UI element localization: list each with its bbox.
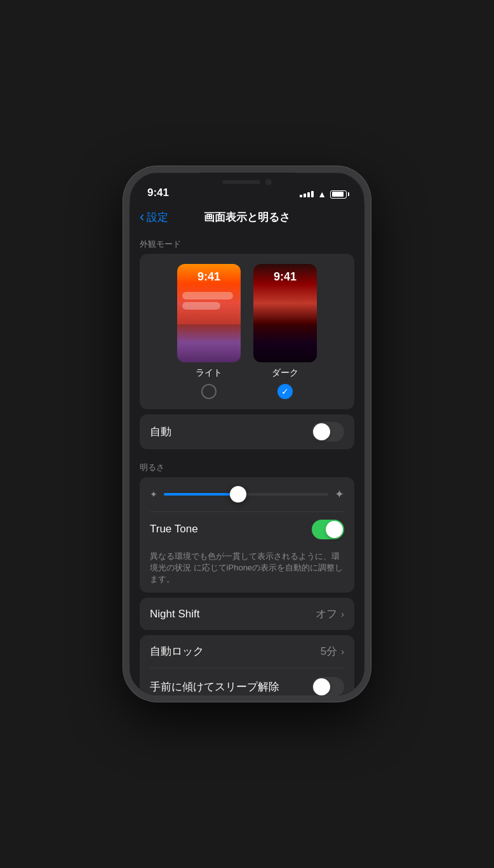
wifi-icon: ▲	[317, 189, 326, 199]
signal-bar-4	[311, 191, 314, 197]
toggle-knob	[313, 423, 330, 440]
preview-bar-2	[182, 302, 220, 310]
notch	[199, 173, 295, 192]
nav-bar: ‹ 設定 画面表示と明るさ	[130, 203, 364, 231]
auto-mode-label: 自動	[150, 424, 171, 439]
signal-bar-3	[307, 192, 310, 197]
preview-dark-content	[253, 324, 317, 362]
dark-mode-label: ダーク	[272, 367, 298, 379]
dark-mode-radio[interactable]: ✓	[277, 384, 293, 399]
true-tone-row: True Tone	[140, 512, 354, 547]
auto-lock-label: 自動ロック	[150, 644, 204, 659]
light-mode-preview: 9:41	[177, 264, 241, 362]
true-tone-label: True Tone	[150, 523, 198, 536]
raise-to-wake-knob	[313, 678, 330, 695]
brightness-fill	[164, 493, 238, 496]
appearance-section-label: 外観モード	[130, 231, 364, 254]
phone-frame: 9:41 ▲ ‹ 設定 画面表示と明るさ 外観モード	[123, 166, 371, 702]
night-shift-value: オフ	[316, 607, 337, 621]
night-shift-right: オフ ›	[316, 607, 344, 621]
brightness-thumb[interactable]	[230, 486, 246, 503]
bottom-section: 自動ロック 5分 › 手前に傾けてスリープ解除	[140, 635, 354, 695]
brightness-section-label: 明るさ	[130, 454, 364, 477]
appearance-section: 9:41 ライト 9:41 ダーク	[140, 254, 354, 409]
auto-lock-right: 5分 ›	[321, 644, 344, 659]
auto-lock-chevron-icon: ›	[341, 647, 344, 657]
night-shift-row[interactable]: Night Shift オフ ›	[140, 598, 354, 630]
auto-mode-row: 自動	[140, 414, 354, 449]
auto-lock-row[interactable]: 自動ロック 5分 ›	[140, 635, 354, 667]
light-mode-label: ライト	[196, 367, 222, 379]
status-time: 9:41	[147, 187, 169, 199]
main-content: 外観モード 9:41 ライト	[130, 231, 364, 695]
dark-mode-preview: 9:41	[253, 264, 317, 362]
raise-to-wake-label: 手前に傾けてスリープ解除	[150, 680, 279, 694]
true-tone-knob	[326, 521, 343, 538]
brightness-dim-icon: ✦	[150, 489, 157, 499]
speaker	[222, 180, 260, 184]
brightness-section: ✦ ✦ True Tone 異なる環境でも色が一貫して表示されるように、環境光の…	[140, 477, 354, 593]
check-icon: ✓	[281, 386, 289, 397]
raise-to-wake-toggle[interactable]	[312, 677, 344, 695]
back-chevron-icon: ‹	[140, 209, 144, 225]
back-label: 設定	[147, 210, 168, 225]
appearance-dark-option[interactable]: 9:41 ダーク ✓	[253, 264, 317, 399]
appearance-options: 9:41 ライト 9:41 ダーク	[150, 264, 344, 399]
light-mode-radio[interactable]	[201, 384, 217, 399]
signal-bar-2	[304, 194, 306, 197]
night-shift-label: Night Shift	[150, 608, 199, 621]
preview-light-time: 9:41	[177, 270, 241, 284]
true-tone-toggle[interactable]	[312, 520, 344, 539]
camera	[265, 179, 272, 185]
brightness-slider-row: ✦ ✦	[140, 477, 354, 511]
signal-bars-icon	[300, 191, 314, 197]
signal-bar-1	[300, 195, 302, 197]
preview-bar-1	[182, 292, 233, 299]
raise-to-wake-row: 手前に傾けてスリープ解除	[140, 668, 354, 695]
brightness-bright-icon: ✦	[335, 487, 344, 501]
page-title: 画面表示と明るさ	[204, 210, 290, 225]
appearance-light-option[interactable]: 9:41 ライト	[177, 264, 241, 399]
auto-mode-toggle[interactable]	[312, 422, 344, 442]
status-icons: ▲	[300, 189, 347, 199]
night-shift-chevron-icon: ›	[341, 609, 344, 619]
brightness-slider[interactable]	[164, 493, 328, 496]
auto-lock-value: 5分	[321, 644, 337, 659]
battery-fill	[332, 192, 344, 197]
back-button[interactable]: ‹ 設定	[140, 209, 168, 225]
preview-dark-time: 9:41	[253, 270, 317, 284]
true-tone-description: 異なる環境でも色が一貫して表示されるように、環境光の状況 に応じてiPhoneの…	[140, 547, 354, 593]
preview-light-content	[177, 324, 241, 362]
battery-icon	[330, 190, 347, 199]
